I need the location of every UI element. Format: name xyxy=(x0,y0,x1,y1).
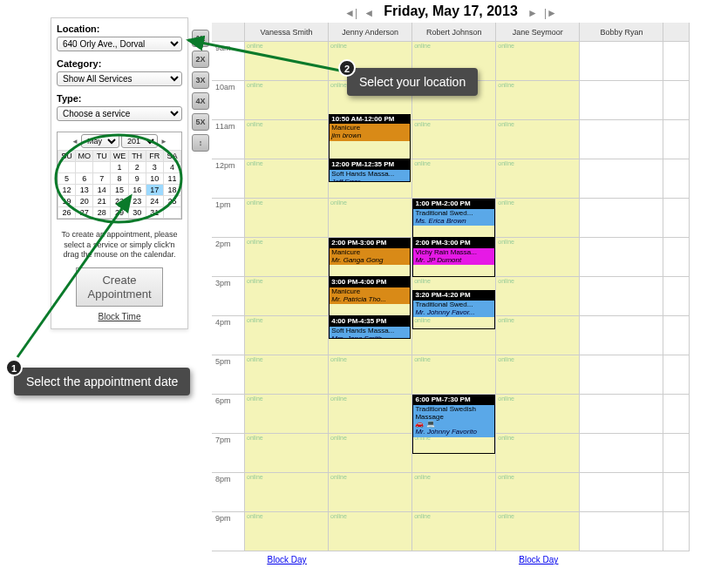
year-select[interactable]: 201 xyxy=(121,134,158,148)
cal-day[interactable]: 17 xyxy=(146,185,163,196)
time-slot[interactable]: online xyxy=(329,355,412,395)
mini-calendar-grid[interactable]: SUMOTUWETHFRSA 1234567891011121314151617… xyxy=(58,150,181,219)
time-slot[interactable]: online xyxy=(496,120,580,159)
time-slot[interactable] xyxy=(580,42,663,81)
cal-day[interactable]: 15 xyxy=(111,185,128,196)
zoom-1x[interactable]: 1X xyxy=(192,30,209,47)
time-slot[interactable]: online xyxy=(496,159,580,199)
time-slot[interactable]: online xyxy=(496,395,580,434)
time-slot[interactable]: online xyxy=(245,316,329,355)
cal-day[interactable]: 1 xyxy=(111,162,128,173)
appointment[interactable]: 3:00 PM-4:00 PMManicureMr. Patricia Tho.… xyxy=(329,277,411,316)
cal-day[interactable]: 2 xyxy=(128,162,146,173)
cal-day[interactable]: 13 xyxy=(76,185,93,196)
last-day-icon[interactable]: |► xyxy=(544,7,557,19)
time-slot[interactable]: online xyxy=(496,277,580,316)
time-slot[interactable]: online xyxy=(245,159,329,199)
time-slot[interactable]: online xyxy=(329,395,412,434)
appointment[interactable]: 12:00 PM-12:35 PMSoft Hands Massa...Jeff… xyxy=(329,159,411,182)
cal-day[interactable]: 10 xyxy=(146,173,163,185)
appointment[interactable]: 1:00 PM-2:00 PMTraditional Swed...Ms. Er… xyxy=(412,199,494,238)
month-select[interactable]: May xyxy=(81,134,119,148)
cal-day[interactable]: 14 xyxy=(93,185,111,196)
cal-day[interactable]: 21 xyxy=(93,196,111,207)
time-slot[interactable]: online xyxy=(245,512,329,551)
create-appointment-button[interactable]: CreateAppointment xyxy=(76,267,163,307)
time-slot[interactable]: online xyxy=(412,355,496,395)
time-slot[interactable]: online xyxy=(245,42,329,81)
time-slot[interactable]: online xyxy=(245,81,329,120)
cal-day[interactable]: 3 xyxy=(146,162,163,173)
cal-day[interactable]: 7 xyxy=(93,173,111,185)
cal-day[interactable]: 11 xyxy=(163,173,180,185)
appointment[interactable]: 2:00 PM-3:00 PMVichy Rain Massa...Mr. JP… xyxy=(412,238,494,277)
zoom-3x[interactable]: 3X xyxy=(192,71,209,89)
time-slot[interactable] xyxy=(580,512,663,551)
time-slot[interactable]: online xyxy=(496,473,580,512)
location-select[interactable]: 640 Orly Ave., Dorval xyxy=(57,37,182,51)
cal-day[interactable] xyxy=(93,162,111,173)
cal-day[interactable]: 20 xyxy=(76,196,93,207)
next-day-icon[interactable]: ► xyxy=(527,7,538,19)
type-select[interactable]: Choose a service xyxy=(57,106,182,121)
zoom-5x[interactable]: 5X xyxy=(192,113,209,131)
first-day-icon[interactable]: ◄| xyxy=(344,7,357,19)
cal-day[interactable]: 6 xyxy=(76,173,93,185)
cal-prev-icon[interactable]: ◄ xyxy=(71,138,79,145)
time-slot[interactable] xyxy=(580,238,663,277)
cal-next-icon[interactable]: ► xyxy=(160,138,168,145)
appointment[interactable]: 2:00 PM-3:00 PMManicureMr. Ganga Gong xyxy=(329,238,411,277)
cal-day[interactable]: 26 xyxy=(58,207,76,219)
time-slot[interactable]: online xyxy=(329,434,412,473)
time-slot[interactable]: online xyxy=(329,199,412,238)
time-slot[interactable] xyxy=(580,395,663,434)
time-slot[interactable] xyxy=(580,316,663,355)
cal-day[interactable]: 4 xyxy=(163,162,180,173)
mini-calendar[interactable]: ◄ May 201 ► SUMOTUWETHFRSA 1234567891011… xyxy=(57,132,182,220)
cal-day[interactable]: 9 xyxy=(128,173,146,185)
time-slot[interactable] xyxy=(580,159,663,199)
time-slot[interactable]: online xyxy=(245,473,329,512)
category-select[interactable]: Show All Services xyxy=(57,71,182,86)
time-slot[interactable] xyxy=(580,81,663,120)
time-slot[interactable]: online xyxy=(329,473,412,512)
zoom-↕[interactable]: ↕ xyxy=(192,134,209,152)
time-slot[interactable] xyxy=(580,199,663,238)
block-day-link[interactable]: Block Day xyxy=(268,555,307,564)
time-slot[interactable]: online xyxy=(245,434,329,473)
time-slot[interactable]: online xyxy=(496,434,580,473)
cal-day[interactable] xyxy=(58,162,76,173)
cal-day[interactable]: 19 xyxy=(58,196,76,207)
prev-day-icon[interactable]: ◄ xyxy=(364,7,374,19)
time-slot[interactable]: online xyxy=(412,473,496,512)
time-slot[interactable]: online xyxy=(412,120,496,159)
cal-day[interactable]: 27 xyxy=(76,207,93,219)
block-day-link[interactable]: Block Day xyxy=(519,555,558,564)
time-slot[interactable]: online xyxy=(245,355,329,395)
time-slot[interactable]: online xyxy=(329,512,412,551)
appointment[interactable]: 10:50 AM-12:00 PMManicurejim brown xyxy=(329,114,411,160)
cal-day[interactable] xyxy=(163,207,180,219)
time-slot[interactable]: online xyxy=(496,355,580,395)
time-slot[interactable]: online xyxy=(496,316,580,355)
time-slot[interactable]: online xyxy=(412,512,496,551)
cal-day[interactable]: 16 xyxy=(128,185,146,196)
time-slot[interactable]: online xyxy=(245,120,329,159)
cal-day[interactable]: 8 xyxy=(111,173,128,185)
time-slot[interactable] xyxy=(580,120,663,159)
time-slot[interactable] xyxy=(580,434,663,473)
time-slot[interactable]: online xyxy=(245,199,329,238)
cal-day[interactable]: 23 xyxy=(128,196,146,207)
time-slot[interactable] xyxy=(580,473,663,512)
block-time-link[interactable]: Block Time xyxy=(57,312,182,321)
appointment[interactable]: 3:20 PM-4:20 PMTraditional Swed...Mr. Jo… xyxy=(412,290,494,329)
cal-day[interactable]: 24 xyxy=(146,196,163,207)
cal-day[interactable]: 25 xyxy=(163,196,180,207)
appointment[interactable]: 4:00 PM-4:35 PMSoft Hands Massa...Mrs. J… xyxy=(329,316,411,339)
cal-day[interactable]: 30 xyxy=(128,207,146,219)
time-slot[interactable]: online xyxy=(496,238,580,277)
time-slot[interactable]: online xyxy=(496,81,580,120)
time-slot[interactable]: online xyxy=(412,159,496,199)
cal-day[interactable] xyxy=(76,162,93,173)
time-slot[interactable]: online xyxy=(245,395,329,434)
